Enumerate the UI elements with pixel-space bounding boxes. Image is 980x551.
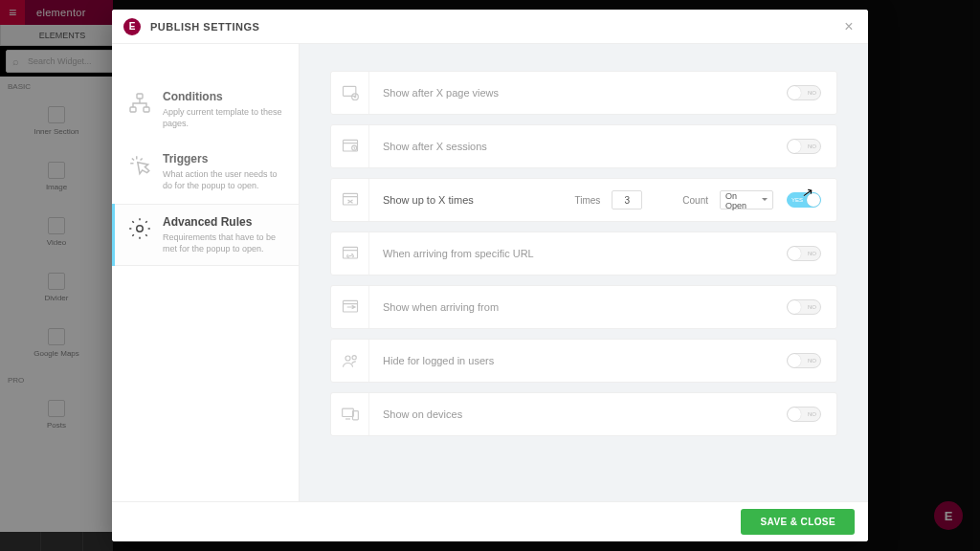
users-icon bbox=[331, 340, 369, 382]
modal-footer: SAVE & CLOSE bbox=[112, 501, 868, 541]
rule-logged-in[interactable]: Hide for logged in users YESNO bbox=[330, 339, 837, 383]
gear-icon bbox=[126, 215, 153, 242]
rule-label: Hide for logged in users bbox=[383, 355, 773, 366]
arriving-from-icon bbox=[331, 286, 369, 328]
sidebar-item-triggers[interactable]: Triggers What action the user needs to d… bbox=[112, 141, 299, 203]
svg-point-12 bbox=[352, 356, 356, 360]
count-label: Count bbox=[682, 195, 708, 206]
toggle-devices[interactable]: YESNO bbox=[787, 407, 821, 422]
rule-page-views[interactable]: Show after X page views YESNO bbox=[330, 71, 837, 115]
svg-point-3 bbox=[137, 225, 144, 231]
rule-up-to-times[interactable]: Show up to X times Times Count On Open Y… bbox=[330, 178, 837, 222]
sidebar-item-desc: Requirements that have to be met for the… bbox=[163, 231, 285, 254]
rule-label: Show up to X times bbox=[383, 194, 561, 206]
svg-rect-8 bbox=[343, 193, 357, 205]
modal-header: E PUBLISH SETTINGS × bbox=[112, 10, 868, 44]
publish-settings-modal: E PUBLISH SETTINGS × Conditions Apply cu… bbox=[112, 10, 868, 541]
toggle-logged-in[interactable]: YESNO bbox=[787, 353, 821, 368]
sessions-icon bbox=[331, 125, 369, 167]
click-icon bbox=[126, 152, 153, 179]
svg-rect-0 bbox=[137, 94, 143, 99]
toggle-up-to-times[interactable]: YESNO bbox=[787, 192, 821, 208]
rule-label: Show after X sessions bbox=[383, 141, 773, 152]
sidebar-item-conditions[interactable]: Conditions Apply current template to the… bbox=[112, 78, 299, 141]
svg-rect-9 bbox=[343, 247, 357, 258]
sitemap-icon bbox=[126, 90, 153, 117]
elementor-logo-icon: E bbox=[123, 18, 141, 35]
sidebar-item-advanced-rules[interactable]: Advanced Rules Requirements that have to… bbox=[112, 204, 299, 266]
rule-sessions[interactable]: Show after X sessions YESNO bbox=[330, 124, 837, 168]
url-icon bbox=[331, 232, 369, 275]
toggle-page-views[interactable]: YESNO bbox=[787, 85, 821, 100]
rule-label: Show on devices bbox=[383, 408, 773, 420]
toggle-sessions[interactable]: YESNO bbox=[787, 139, 821, 154]
times-input[interactable] bbox=[612, 190, 642, 209]
rule-from-url[interactable]: When arriving from specific URL YESNO bbox=[330, 231, 837, 276]
rule-label: Show after X page views bbox=[383, 87, 773, 99]
svg-rect-10 bbox=[343, 300, 357, 312]
svg-rect-1 bbox=[130, 107, 136, 112]
svg-rect-13 bbox=[342, 408, 353, 416]
sidebar-item-label: Conditions bbox=[163, 90, 285, 103]
modal-title: PUBLISH SETTINGS bbox=[150, 21, 259, 33]
svg-rect-4 bbox=[343, 86, 355, 96]
sidebar-item-desc: What action the user needs to do for the… bbox=[163, 168, 285, 191]
svg-rect-2 bbox=[144, 107, 149, 112]
rules-list: Show after X page views YESNO Show after… bbox=[300, 44, 868, 501]
up-to-times-icon bbox=[331, 179, 369, 221]
page-views-icon bbox=[331, 72, 369, 114]
svg-point-11 bbox=[345, 356, 350, 361]
sidebar-item-desc: Apply current template to these pages. bbox=[163, 106, 285, 129]
toggle-arriving-from[interactable]: YESNO bbox=[787, 299, 821, 315]
sidebar-item-label: Triggers bbox=[163, 152, 285, 165]
close-icon[interactable]: × bbox=[839, 17, 858, 36]
count-select[interactable]: On Open bbox=[720, 190, 773, 209]
rule-label: Show when arriving from bbox=[383, 301, 773, 313]
modal-sidebar: Conditions Apply current template to the… bbox=[112, 44, 300, 501]
save-close-button[interactable]: SAVE & CLOSE bbox=[741, 509, 855, 535]
devices-icon bbox=[331, 393, 369, 435]
sidebar-item-label: Advanced Rules bbox=[163, 215, 285, 229]
rule-label: When arriving from specific URL bbox=[383, 248, 773, 259]
rule-devices[interactable]: Show on devices YESNO bbox=[330, 392, 837, 436]
rule-arriving-from[interactable]: Show when arriving from YESNO bbox=[330, 285, 837, 329]
toggle-from-url[interactable]: YESNO bbox=[787, 246, 821, 261]
times-label: Times bbox=[574, 195, 600, 206]
